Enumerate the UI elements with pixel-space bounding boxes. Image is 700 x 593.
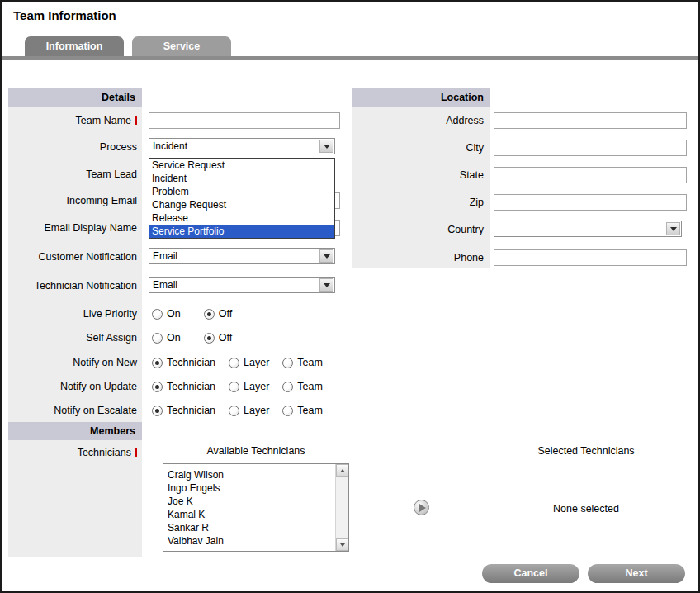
team-information-window: Team Information Information Service Det… xyxy=(0,0,700,593)
notify-on-escalate-label: Notify on Escalate xyxy=(8,402,137,419)
self-assign-on-label: On xyxy=(167,332,181,344)
cancel-button[interactable]: Cancel xyxy=(482,564,579,583)
state-input[interactable] xyxy=(494,167,687,183)
notify-on-new-technician-label: Technician xyxy=(167,357,215,368)
notify-on-new-label: Notify on New xyxy=(8,354,137,371)
technician-list-item[interactable]: Kamal K xyxy=(163,508,348,521)
chevron-down-icon xyxy=(324,254,330,259)
live-priority-off-radio[interactable] xyxy=(204,309,215,320)
chevron-down-icon xyxy=(324,145,330,149)
technician-list-item[interactable]: Vaibhav Jain xyxy=(163,534,348,548)
technician-notification-dropdown-button[interactable] xyxy=(319,278,333,292)
zip-label: Zip xyxy=(352,194,484,211)
process-option-problem[interactable]: Problem xyxy=(149,185,334,198)
details-section-header: Details xyxy=(8,88,142,107)
notify-on-update-team-label: Team xyxy=(297,381,323,392)
notify-on-new-layer-radio[interactable] xyxy=(229,358,239,368)
notify-on-update-layer-radio[interactable] xyxy=(229,382,239,392)
country-label: Country xyxy=(352,221,484,238)
process-label: Process xyxy=(8,139,137,155)
notify-on-new-team-radio[interactable] xyxy=(282,358,293,368)
zip-input[interactable] xyxy=(494,194,687,211)
required-indicator xyxy=(135,116,137,125)
technician-notification-label: Technician Notification xyxy=(8,278,137,294)
members-section-header: Members xyxy=(8,422,142,440)
notify-on-escalate-team-radio[interactable] xyxy=(282,406,293,416)
notify-on-update-team-radio[interactable] xyxy=(282,382,293,392)
notify-on-new-layer-label: Layer xyxy=(244,357,269,368)
city-input[interactable] xyxy=(494,140,687,156)
chevron-down-icon xyxy=(670,227,677,231)
notify-on-update-label: Notify on Update xyxy=(8,378,137,395)
chevron-down-icon xyxy=(324,283,330,287)
notify-on-escalate-layer-label: Layer xyxy=(244,405,269,416)
live-priority-label: Live Priority xyxy=(8,306,137,322)
arrow-down-icon xyxy=(340,543,345,547)
process-option-change-request[interactable]: Change Request xyxy=(149,198,334,211)
country-select[interactable] xyxy=(494,221,682,237)
play-right-icon xyxy=(419,504,426,512)
technician-list-item[interactable]: Ingo Engels xyxy=(163,482,348,495)
notify-on-update-layer-label: Layer xyxy=(244,381,269,392)
scroll-down-button[interactable] xyxy=(336,538,348,551)
process-select-value: Incident xyxy=(153,140,187,154)
available-technicians-list[interactable]: Craig Wilson Ingo Engels Joe K Kamal K S… xyxy=(163,463,349,552)
live-priority-off-label: Off xyxy=(219,308,232,320)
tab-strip-underline xyxy=(2,56,698,60)
live-priority-on-radio[interactable] xyxy=(152,309,163,320)
tab-service[interactable]: Service xyxy=(132,36,231,56)
notify-on-new-team-label: Team xyxy=(297,357,323,368)
team-name-input[interactable] xyxy=(149,112,340,129)
notify-on-new-radio-group: Technician Layer Team xyxy=(152,354,323,371)
required-indicator xyxy=(135,448,137,457)
technician-notification-select[interactable]: Email xyxy=(149,277,335,293)
process-option-incident[interactable]: Incident xyxy=(149,172,334,185)
next-button[interactable]: Next xyxy=(588,564,685,583)
customer-notification-value: Email xyxy=(153,249,177,263)
notify-on-update-technician-radio[interactable] xyxy=(152,382,163,392)
customer-notification-dropdown-button[interactable] xyxy=(319,249,333,263)
move-right-button[interactable] xyxy=(414,500,429,515)
customer-notification-select[interactable]: Email xyxy=(149,248,335,264)
available-technicians-label: Available Technicians xyxy=(163,445,349,457)
details-label-column xyxy=(8,88,142,557)
scroll-up-button[interactable] xyxy=(336,464,348,477)
country-dropdown-button[interactable] xyxy=(666,222,680,235)
notify-on-escalate-radio-group: Technician Layer Team xyxy=(152,402,323,419)
process-option-service-request[interactable]: Service Request xyxy=(149,159,334,172)
live-priority-on-label: On xyxy=(167,308,181,320)
technician-notification-value: Email xyxy=(153,278,177,292)
page-title: Team Information xyxy=(13,8,116,22)
location-section-header: Location xyxy=(352,88,490,107)
process-dropdown-button[interactable] xyxy=(319,140,333,153)
notify-on-new-technician-radio[interactable] xyxy=(152,358,163,368)
notify-on-escalate-technician-radio[interactable] xyxy=(152,406,163,416)
address-label: Address xyxy=(352,112,484,129)
technician-list-item[interactable]: Craig Wilson xyxy=(163,468,348,482)
self-assign-off-radio[interactable] xyxy=(204,333,215,344)
selected-technicians-label: Selected Technicians xyxy=(494,445,679,457)
phone-label: Phone xyxy=(352,249,484,266)
technicians-label: Technicians xyxy=(78,447,131,458)
address-input[interactable] xyxy=(494,112,687,129)
process-dropdown-list: Service Request Incident Problem Change … xyxy=(149,158,335,239)
self-assign-on-radio[interactable] xyxy=(152,333,163,344)
tab-information[interactable]: Information xyxy=(25,36,124,56)
notify-on-update-technician-label: Technician xyxy=(167,381,215,392)
city-label: City xyxy=(352,140,484,156)
listbox-scrollbar[interactable] xyxy=(335,464,348,551)
self-assign-off-label: Off xyxy=(219,332,232,344)
technician-list-item[interactable]: Joe K xyxy=(163,495,348,508)
process-option-release[interactable]: Release xyxy=(149,211,334,225)
process-select[interactable]: Incident xyxy=(149,138,335,154)
phone-input[interactable] xyxy=(494,249,687,266)
notify-on-escalate-layer-radio[interactable] xyxy=(229,406,239,416)
process-option-service-portfolio[interactable]: Service Portfolio xyxy=(149,225,334,238)
state-label: State xyxy=(352,167,484,183)
notify-on-escalate-team-label: Team xyxy=(297,405,323,416)
arrow-up-icon xyxy=(340,469,345,472)
selected-technicians-empty: None selected xyxy=(494,503,679,515)
self-assign-label: Self Assign xyxy=(8,330,137,346)
technician-list-item[interactable]: Sankar R xyxy=(163,521,348,534)
live-priority-radio-group: On Off xyxy=(152,306,232,322)
